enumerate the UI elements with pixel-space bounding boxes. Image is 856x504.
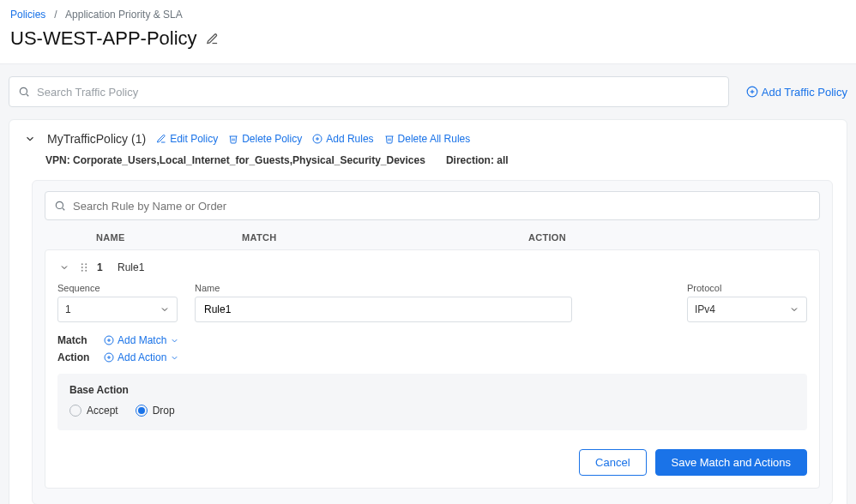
edit-policy-button[interactable]: Edit Policy [156,133,218,145]
radio-drop-label: Drop [153,405,175,417]
breadcrumb-separator: / [49,9,63,21]
base-action-panel: Base Action Accept Drop [57,374,807,430]
radio-accept-label: Accept [87,405,118,417]
chevron-down-icon [160,304,170,315]
add-rules-button[interactable]: Add Rules [312,133,373,145]
svg-point-13 [85,267,87,268]
base-action-title: Base Action [69,384,795,396]
col-match: MATCH [242,232,528,243]
rule-name-label: Name [195,283,572,293]
collapse-policy-button[interactable] [23,132,37,146]
edit-title-icon[interactable] [206,33,219,45]
protocol-value: IPv4 [695,303,715,315]
page-title: US-WEST-APP-Policy [10,27,197,50]
add-action-label: Add Action [118,351,166,363]
sequence-label: Sequence [57,283,178,293]
svg-point-12 [81,267,83,268]
policy-name: MyTrafficPolicy (1) [47,132,146,146]
add-rules-label: Add Rules [326,133,373,145]
protocol-select[interactable]: IPv4 [687,297,807,322]
vpn-label: VPN: [45,154,70,166]
search-rule[interactable] [45,191,820,220]
svg-point-15 [85,270,87,272]
collapse-rule-button[interactable] [57,261,71,274]
radio-dot-icon [69,405,81,417]
rule-name-input[interactable] [202,303,564,316]
search-traffic-policy-input[interactable] [35,85,720,99]
policy-card: MyTrafficPolicy (1) Edit Policy Delete P… [9,119,847,504]
vpn-value: Corporate_Users,Local_Internet_for_Guest… [73,154,425,166]
col-name: NAME [96,232,242,243]
radio-accept[interactable]: Accept [69,405,118,417]
cancel-button[interactable]: Cancel [579,449,646,476]
svg-line-1 [27,94,28,96]
rule-display-name: Rule1 [118,261,144,273]
svg-line-9 [63,208,64,210]
radio-dot-icon [136,405,148,417]
page-title-row: US-WEST-APP-Policy [0,24,856,64]
sequence-value: 1 [65,303,71,315]
add-action-button[interactable]: Add Action [104,351,179,363]
sequence-select[interactable]: 1 [57,297,178,322]
rules-panel: NAME MATCH ACTION 1 Rule1 Se [32,180,833,504]
svg-point-11 [85,263,87,265]
col-action: ACTION [528,232,820,243]
radio-drop[interactable]: Drop [136,405,175,417]
direction-value: all [497,154,508,166]
match-section-label: Match [57,334,92,346]
action-section-label: Action [57,351,92,363]
delete-policy-button[interactable]: Delete Policy [228,133,302,145]
chevron-down-icon [170,336,179,345]
chevron-down-icon [789,304,799,315]
delete-all-rules-label: Delete All Rules [398,133,471,145]
rule-row: 1 Rule1 Sequence 1 Name [45,249,820,489]
svg-point-0 [20,87,27,94]
breadcrumb-root[interactable]: Policies [10,9,45,21]
drag-handle-icon[interactable] [80,262,88,273]
direction-label: Direction: [446,154,494,166]
breadcrumb-current: Application Priority & SLA [65,9,183,21]
policy-meta: VPN: Corporate_Users,Local_Internet_for_… [23,154,833,166]
search-icon [54,200,66,212]
protocol-label: Protocol [687,283,807,293]
rules-column-header: NAME MATCH ACTION [45,229,820,249]
search-rule-input[interactable] [71,199,811,213]
breadcrumb: Policies / Application Priority & SLA [0,0,856,24]
delete-all-rules-button[interactable]: Delete All Rules [384,133,471,145]
add-match-label: Add Match [118,334,166,346]
svg-point-8 [56,201,63,208]
rule-name-field[interactable] [195,297,572,322]
add-traffic-policy-button[interactable]: Add Traffic Policy [746,86,847,99]
svg-point-14 [81,270,83,272]
edit-policy-label: Edit Policy [170,133,218,145]
svg-point-10 [81,263,83,265]
search-traffic-policy[interactable] [9,76,729,107]
save-button[interactable]: Save Match and Actions [655,449,807,476]
add-traffic-policy-label: Add Traffic Policy [762,86,847,99]
rule-order: 1 [97,261,109,273]
add-match-button[interactable]: Add Match [104,334,179,346]
search-icon [18,86,30,98]
chevron-down-icon [170,353,179,363]
delete-policy-label: Delete Policy [242,133,302,145]
